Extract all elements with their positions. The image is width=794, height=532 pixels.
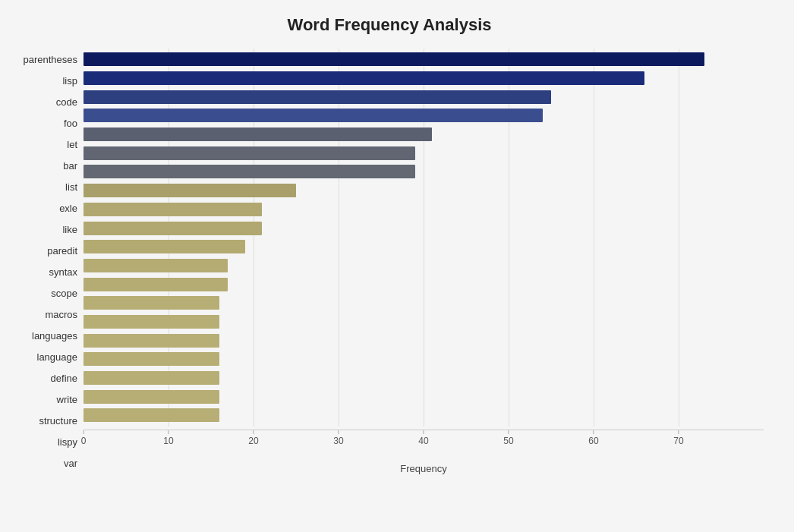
x-tick-line: [168, 430, 169, 434]
bar-row: [83, 70, 764, 87]
bar: [83, 146, 415, 160]
x-axis: 010203040506070: [83, 430, 764, 460]
x-tick: 60: [588, 430, 598, 446]
bar: [83, 222, 262, 235]
x-tick: 30: [333, 430, 343, 446]
x-tick-line: [338, 430, 339, 434]
bar-row: [83, 332, 764, 349]
bar-row: [83, 407, 764, 423]
bar-row: [83, 238, 764, 255]
bar: [83, 278, 228, 291]
x-tick-label: 40: [418, 436, 428, 446]
bar-row: [83, 107, 764, 124]
bar: [83, 109, 543, 122]
bar: [83, 127, 432, 141]
y-label: structure: [39, 416, 77, 426]
bar-row: [83, 370, 764, 386]
x-tick-label: 10: [163, 436, 173, 446]
bar-row: [83, 145, 764, 162]
y-label: lisp: [62, 76, 77, 86]
y-label: languages: [32, 331, 77, 341]
x-tick-line: [253, 430, 254, 434]
bar: [83, 352, 219, 366]
bars-inner: [83, 49, 764, 427]
x-tick-label: 70: [673, 436, 683, 446]
bar-row: [83, 201, 764, 218]
y-label: define: [51, 373, 77, 383]
bar: [83, 296, 219, 310]
x-tick: 40: [418, 430, 428, 446]
chart-title: Word Frequency Analysis: [15, 15, 764, 35]
chart-area: parentheseslispcodefooletbarlistexlelike…: [15, 49, 764, 474]
x-tick: 50: [503, 430, 513, 446]
bar-row: [83, 351, 764, 367]
x-tick-line: [423, 430, 424, 434]
bar-row: [83, 163, 764, 180]
bar: [83, 259, 228, 272]
x-tick-label: 60: [588, 436, 598, 446]
x-tick-label: 50: [503, 436, 513, 446]
y-label: lispy: [58, 437, 77, 447]
bar-row: [83, 89, 764, 105]
y-label: scope: [51, 288, 77, 298]
x-tick-line: [678, 430, 679, 434]
bar-row: [83, 313, 764, 330]
y-label: language: [37, 352, 78, 362]
x-tick: 0: [81, 430, 87, 446]
bars-and-x: 010203040506070 Frequency: [83, 49, 764, 474]
x-tick-label: 30: [333, 436, 343, 446]
bars-section: [83, 49, 764, 427]
y-label: like: [62, 225, 77, 235]
y-label: exle: [59, 203, 77, 213]
bar: [83, 334, 219, 348]
y-label: var: [64, 458, 77, 468]
y-label: let: [67, 140, 77, 150]
bar: [83, 240, 245, 253]
y-labels: parentheseslispcodefooletbarlistexlelike…: [15, 49, 83, 474]
bar-row: [83, 220, 764, 237]
x-tick-label: 0: [81, 436, 87, 446]
bar-row: [83, 276, 764, 293]
y-label: foo: [64, 118, 77, 128]
y-label: syntax: [49, 267, 77, 277]
x-tick-line: [593, 430, 594, 434]
x-tick-line: [83, 430, 84, 434]
bar: [83, 71, 644, 85]
x-tick: 20: [248, 430, 258, 446]
x-axis-label: Frequency: [83, 463, 764, 474]
bar: [83, 90, 551, 104]
bar: [83, 184, 296, 197]
y-label: code: [56, 97, 77, 107]
chart-container: Word Frequency Analysis parentheseslispc…: [0, 0, 794, 532]
x-tick-label: 20: [248, 436, 258, 446]
x-tick: 10: [163, 430, 173, 446]
bar: [83, 371, 219, 385]
y-label: bar: [63, 161, 77, 171]
bar-row: [83, 51, 764, 68]
bar-row: [83, 257, 764, 274]
y-label: write: [57, 395, 77, 405]
x-tick-line: [508, 430, 509, 434]
y-label: macros: [45, 310, 77, 320]
y-label: paredit: [47, 246, 77, 256]
bar: [83, 315, 219, 329]
bar-row: [83, 182, 764, 199]
bar: [83, 52, 704, 66]
bar-row: [83, 126, 764, 143]
y-label: parentheses: [23, 55, 77, 65]
bar: [83, 203, 262, 216]
bar: [83, 390, 219, 404]
bar-row: [83, 294, 764, 311]
bar-row: [83, 389, 764, 405]
bar: [83, 408, 219, 422]
y-label: list: [65, 182, 77, 192]
x-tick: 70: [673, 430, 683, 446]
bar: [83, 165, 415, 178]
